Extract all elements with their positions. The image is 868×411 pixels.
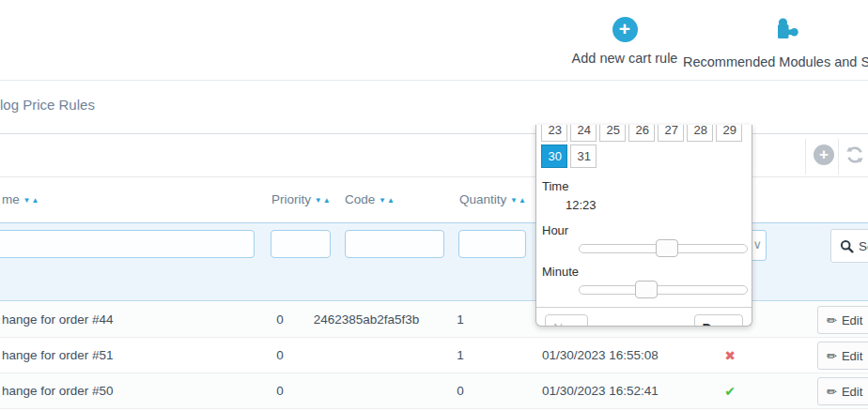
hour-label: Hour <box>542 223 752 237</box>
time-label: Time <box>542 179 752 193</box>
chevron-down-icon: ∨ <box>752 237 762 251</box>
cell-quantity: 1 <box>427 312 493 327</box>
column-header-quantity[interactable]: Quantity ▼▲ <box>459 192 527 206</box>
quantity-filter-input[interactable] <box>458 230 526 258</box>
sort-icons[interactable]: ▼▲ <box>379 196 395 205</box>
minute-slider-handle[interactable] <box>635 281 658 298</box>
day-cell[interactable]: 26 <box>628 125 655 142</box>
tab-catalog-price-rules[interactable]: log Price Rules <box>0 97 95 113</box>
column-header-code[interactable]: Code ▼▲ <box>345 192 395 206</box>
day-cell[interactable]: 25 <box>599 125 626 142</box>
cell-priority: 0 <box>252 312 308 327</box>
edit-label: Edit <box>842 385 862 399</box>
done-button[interactable]: Done <box>694 314 743 327</box>
datetime-picker-popup: 23 24 25 26 27 28 29 30 31 Time 12:23 Ho… <box>535 125 752 327</box>
add-plus-icon: + <box>612 17 638 42</box>
panel-add-button[interactable]: + <box>814 145 836 167</box>
pencil-icon: ✏ <box>827 313 837 327</box>
cell-priority: 0 <box>252 348 308 362</box>
calendar-week-row: 30 31 <box>536 145 752 168</box>
cell-expiration-date: 01/30/2023 16:52:41 <box>542 384 659 398</box>
status-no-icon[interactable]: ✖ <box>702 348 758 363</box>
toolbar: + Add new cart rule Recommended Modules … <box>0 0 868 81</box>
day-cell[interactable]: 28 <box>687 125 713 142</box>
cell-name: hange for order #44 <box>2 312 114 327</box>
name-filter-input[interactable] <box>0 230 255 258</box>
day-cell[interactable]: 24 <box>570 125 597 142</box>
edit-label: Edit <box>842 349 862 363</box>
panel-refresh-button[interactable] <box>845 145 867 167</box>
sort-icons[interactable]: ▼▲ <box>510 196 527 205</box>
cell-name: hange for order #50 <box>2 384 114 398</box>
cell-expiration-date: 01/30/2023 16:55:08 <box>542 348 659 362</box>
search-button[interactable]: Search <box>830 229 868 263</box>
pencil-icon: ✏ <box>827 385 837 399</box>
day-cell-selected[interactable]: 30 <box>541 145 567 168</box>
sort-icons[interactable]: ▼▲ <box>23 196 40 205</box>
column-header-name[interactable]: me ▼▲ <box>2 192 39 206</box>
edit-button[interactable]: ✏ Edit <box>817 377 868 405</box>
minute-slider[interactable] <box>579 285 748 295</box>
edit-button[interactable]: ✏ Edit <box>817 306 868 334</box>
add-cart-rule-label: Add new cart rule <box>550 51 699 66</box>
calendar-week-row: 23 24 25 26 27 28 29 <box>536 125 752 142</box>
page: + Add new cart rule Recommended Modules … <box>0 0 868 411</box>
column-header-priority[interactable]: Priority ▼▲ <box>271 192 332 206</box>
day-cell[interactable]: 27 <box>658 125 684 142</box>
table-row[interactable]: hange for order #50 0 0 01/30/2023 16:52… <box>0 373 868 409</box>
status-yes-icon[interactable]: ✔ <box>702 384 758 399</box>
table-row[interactable]: hange for order #51 0 1 01/30/2023 16:55… <box>0 338 868 373</box>
recommended-modules-label: Recommended Modules and Services <box>683 54 868 69</box>
cell-quantity: 0 <box>427 384 493 398</box>
day-cell[interactable]: 31 <box>570 145 597 168</box>
priority-filter-input[interactable] <box>271 230 331 258</box>
cell-quantity: 1 <box>427 348 493 362</box>
cell-code: 2462385ab2fa5f3b <box>310 312 423 327</box>
now-button[interactable]: Now <box>545 314 588 327</box>
add-icon: + <box>814 145 834 165</box>
time-value: 12:23 <box>566 198 752 212</box>
minute-label: Minute <box>542 265 752 279</box>
cell-name: hange for order #51 <box>2 348 114 362</box>
search-label: Search <box>859 239 868 253</box>
hour-slider[interactable] <box>579 244 748 253</box>
edit-label: Edit <box>842 313 862 327</box>
pencil-icon: ✏ <box>827 349 837 363</box>
search-icon <box>840 239 854 253</box>
sort-icons[interactable]: ▼▲ <box>315 196 332 205</box>
datepicker-buttonbar: Now Done <box>536 308 752 327</box>
day-cell[interactable]: 29 <box>716 125 742 142</box>
divider <box>838 139 839 175</box>
divider <box>805 139 806 175</box>
recommended-modules-button[interactable]: Recommended Modules and Services <box>683 17 868 69</box>
hour-slider-handle[interactable] <box>656 239 678 257</box>
refresh-icon <box>845 145 867 165</box>
edit-button[interactable]: ✏ Edit <box>817 342 868 370</box>
day-cell[interactable]: 23 <box>541 125 567 142</box>
code-filter-input[interactable] <box>345 230 444 258</box>
puzzle-icon <box>775 17 800 42</box>
cell-priority: 0 <box>252 384 308 398</box>
add-cart-rule-button[interactable]: + Add new cart rule <box>550 17 699 66</box>
